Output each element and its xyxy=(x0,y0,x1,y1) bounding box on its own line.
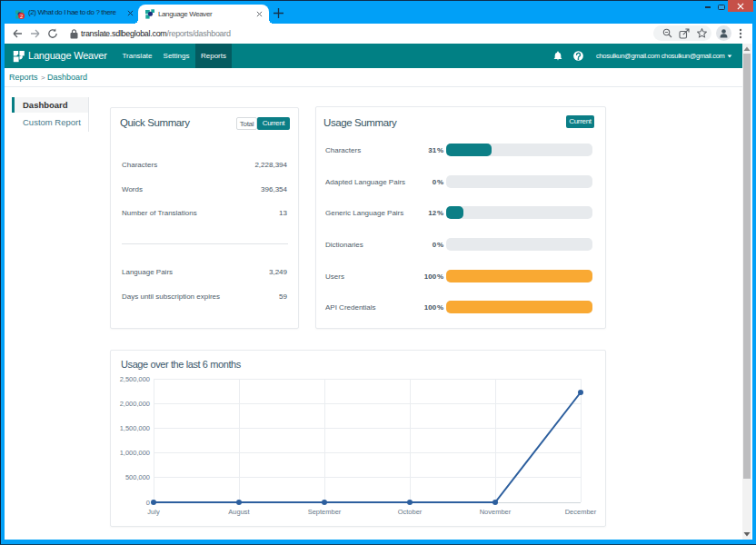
svg-text:0: 0 xyxy=(146,499,150,507)
svg-text:October: October xyxy=(398,508,423,516)
svg-text:September: September xyxy=(308,508,342,516)
svg-text:July: July xyxy=(147,508,160,516)
svg-text:500,000: 500,000 xyxy=(125,473,150,481)
svg-text:December: December xyxy=(565,508,597,516)
svg-text:August: August xyxy=(228,508,250,516)
svg-text:2,000,000: 2,000,000 xyxy=(120,400,150,408)
svg-text:1,500,000: 1,500,000 xyxy=(120,424,150,432)
svg-text:November: November xyxy=(480,508,512,516)
svg-text:1,000,000: 1,000,000 xyxy=(120,449,150,457)
svg-text:2,500,000: 2,500,000 xyxy=(120,375,150,383)
